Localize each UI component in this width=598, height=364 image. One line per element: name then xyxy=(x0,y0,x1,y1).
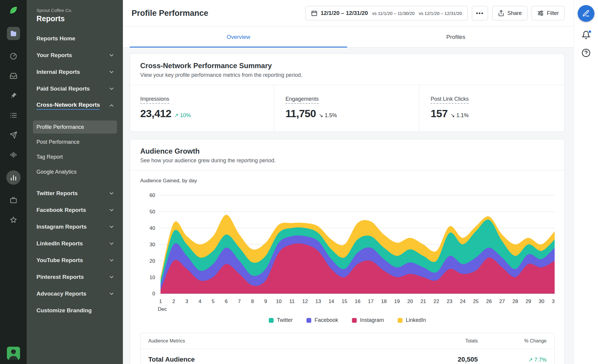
chevron-down-icon xyxy=(109,190,115,196)
rail-item-briefcase[interactable] xyxy=(9,196,18,204)
rail-item-pinned[interactable] xyxy=(9,91,18,100)
sidebar-item-cross-network-reports[interactable]: Cross-Network Reports xyxy=(33,97,117,114)
date-range-button[interactable]: 12/1/20 – 12/31/20 vs 11/1/20 – 11/30/20… xyxy=(305,6,468,20)
sprout-logo xyxy=(8,5,19,17)
svg-text:10: 10 xyxy=(276,299,282,304)
avatar-photo xyxy=(7,347,20,360)
metric-post-link-clicks: Post Link Clicks157↘ 1.1% xyxy=(419,85,564,131)
row-change: ↗ 7.7% xyxy=(478,357,547,363)
report-content: Cross-Network Performance Summary View y… xyxy=(123,48,573,364)
column-header-totals: Totals xyxy=(388,338,478,344)
svg-text:Dec: Dec xyxy=(158,306,167,312)
row-label[interactable]: Total Audience xyxy=(148,356,195,364)
svg-text:19: 19 xyxy=(394,299,400,304)
rail-item-favorites[interactable] xyxy=(9,216,18,224)
sidebar-item-twitter-reports[interactable]: Twitter Reports xyxy=(33,185,117,202)
table-header-row: Audience Metrics Totals % Change xyxy=(141,333,554,349)
svg-text:30: 30 xyxy=(150,242,155,247)
svg-text:14: 14 xyxy=(329,299,334,304)
notifications-button[interactable] xyxy=(581,30,591,40)
legend-label: Twitter xyxy=(277,317,293,323)
row-total: 20,505 xyxy=(388,356,478,363)
metric-label[interactable]: Impressions xyxy=(140,96,169,104)
sidebar-item-your-reports[interactable]: Your Reports xyxy=(33,47,117,64)
ellipsis-icon: ••• xyxy=(476,10,484,16)
legend-item-linkedin[interactable]: LinkedIn xyxy=(398,317,426,323)
svg-text:6: 6 xyxy=(225,299,228,304)
filter-button[interactable]: Filter xyxy=(532,6,565,20)
legend-swatch xyxy=(306,318,311,323)
sidebar-item-paid-social-reports[interactable]: Paid Social Reports xyxy=(33,80,117,97)
chevron-down-icon xyxy=(109,241,115,247)
svg-text:8: 8 xyxy=(251,299,254,304)
rail-item-publishing[interactable] xyxy=(9,131,18,139)
svg-text:26: 26 xyxy=(486,299,492,304)
svg-text:5: 5 xyxy=(212,299,214,304)
pin-icon xyxy=(10,92,17,100)
sidebar-item-label: Google Analytics xyxy=(36,169,77,175)
chevron-down-icon xyxy=(109,86,115,92)
audience-growth-chart: 0102030405060123456789101112131415161718… xyxy=(140,186,555,313)
svg-text:29: 29 xyxy=(526,299,531,304)
sidebar-item-profile-performance[interactable]: Profile Performance xyxy=(33,120,117,134)
sidebar-item-pinterest-reports[interactable]: Pinterest Reports xyxy=(33,269,117,285)
metric-trend-up: ↗ 10% xyxy=(174,112,191,119)
chevron-down-icon xyxy=(109,69,115,75)
share-button[interactable]: Share xyxy=(492,6,527,20)
sidebar-item-label: Customize Branding xyxy=(36,307,92,314)
page-title: Profile Performance xyxy=(132,9,208,18)
sidebar-item-facebook-reports[interactable]: Facebook Reports xyxy=(33,202,117,218)
rail-item-listening[interactable] xyxy=(9,151,18,159)
svg-text:40: 40 xyxy=(150,225,155,231)
tab-overview[interactable]: Overview xyxy=(130,27,347,47)
legend-item-facebook[interactable]: Facebook xyxy=(306,317,338,323)
svg-text:20: 20 xyxy=(407,299,413,304)
chart-container: 0102030405060123456789101112131415161718… xyxy=(140,186,555,313)
svg-text:3: 3 xyxy=(185,299,188,304)
share-icon xyxy=(498,10,504,16)
rail-item-tasks[interactable] xyxy=(9,111,18,120)
sidebar-item-internal-reports[interactable]: Internal Reports xyxy=(33,64,117,80)
sidebar-item-reports-home[interactable]: Reports Home xyxy=(33,30,117,47)
metric-label[interactable]: Post Link Clicks xyxy=(431,96,469,104)
legend-swatch xyxy=(398,318,402,323)
svg-text:13: 13 xyxy=(315,299,321,304)
sidebar-item-post-performance[interactable]: Post Performance xyxy=(33,135,117,149)
filter-sliders-icon xyxy=(537,10,544,16)
page-header: Profile Performance 12/1/20 – 12/31/20 v… xyxy=(123,0,573,27)
rail-item-dashboard[interactable] xyxy=(9,52,18,60)
waveform-icon xyxy=(10,151,17,159)
help-button[interactable] xyxy=(581,48,591,58)
tab-profiles[interactable]: Profiles xyxy=(347,27,565,47)
sidebar-item-google-analytics[interactable]: Google Analytics xyxy=(33,165,117,178)
chart-label: Audience Gained, by day xyxy=(140,178,555,184)
briefcase-icon xyxy=(10,196,17,204)
sidebar-item-advocacy-reports[interactable]: Advocacy Reports xyxy=(33,285,117,302)
compose-button[interactable] xyxy=(578,5,594,22)
rail-item-inbox[interactable] xyxy=(9,72,18,80)
sidebar-item-label: YouTube Reports xyxy=(36,257,83,264)
sidebar-item-linkedin-reports[interactable]: LinkedIn Reports xyxy=(33,235,117,252)
sidebar-item-customize-branding[interactable]: Customize Branding xyxy=(33,302,117,319)
svg-text:21: 21 xyxy=(420,299,426,304)
legend-item-twitter[interactable]: Twitter xyxy=(269,317,293,323)
date-compare-1: vs 11/1/20 – 11/30/20 xyxy=(372,11,415,16)
table-row-total-audience: Total Audience20,505↗ 7.7% xyxy=(141,349,554,364)
reports-sidebar: Sprout Coffee Co. Reports Reports HomeYo… xyxy=(27,0,123,364)
sidebar-item-youtube-reports[interactable]: YouTube Reports xyxy=(33,252,117,269)
rail-item-plan[interactable] xyxy=(7,27,20,40)
legend-swatch xyxy=(352,318,357,323)
gauge-icon xyxy=(10,52,17,60)
more-options-button[interactable]: ••• xyxy=(472,6,488,20)
sidebar-item-tag-report[interactable]: Tag Report xyxy=(33,150,117,163)
user-avatar[interactable] xyxy=(7,347,20,360)
metric-label[interactable]: Engagements xyxy=(286,96,319,104)
quick-toolbar xyxy=(573,0,598,364)
sidebar-item-instagram-reports[interactable]: Instagram Reports xyxy=(33,218,117,235)
bar-chart-icon xyxy=(10,174,17,181)
svg-text:18: 18 xyxy=(381,299,387,304)
chevron-up-icon xyxy=(109,103,115,108)
legend-item-instagram[interactable]: Instagram xyxy=(352,317,384,323)
rail-item-reports[interactable] xyxy=(6,170,21,185)
metric-engagements: Engagements11,750↘ 1.5% xyxy=(274,85,419,131)
